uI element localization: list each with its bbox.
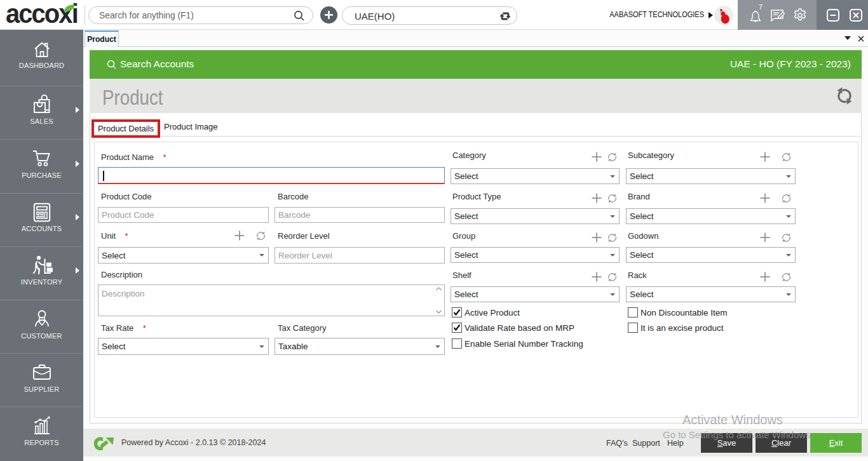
- svg-text:7: 7: [759, 3, 763, 11]
